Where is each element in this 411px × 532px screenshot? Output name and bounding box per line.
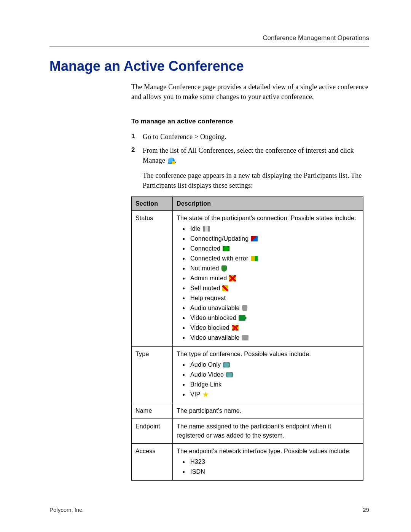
step-1: 1 Go to Conference > Ongoing. xyxy=(131,132,369,142)
cell-name-label: Name xyxy=(132,403,173,419)
status-item-not-muted: Not muted xyxy=(190,265,219,272)
cell-status-label: Status xyxy=(132,211,173,347)
procedure-after-text: The conference page appears in a new tab… xyxy=(143,171,369,190)
status-desc-text: The state of the participant's connectio… xyxy=(177,215,356,221)
type-item-vip: VIP xyxy=(190,391,200,398)
audio-only-icon xyxy=(223,362,230,367)
status-item-connected: Connected xyxy=(190,245,220,252)
status-item-connected-error: Connected with error xyxy=(190,255,249,262)
row-access: Access The endpoint's network interface … xyxy=(132,444,363,481)
cell-access-desc: The endpoint's network interface type. P… xyxy=(173,444,363,481)
type-item-audio-video: Audio Video xyxy=(190,371,224,378)
step-1-number: 1 xyxy=(131,132,143,142)
row-type: Type The type of conference. Possible va… xyxy=(132,347,363,403)
status-item-help-request: Help request xyxy=(190,295,226,301)
idle-icon xyxy=(203,226,210,232)
procedure-heading: To manage an active conference xyxy=(131,117,369,126)
status-item-audio-unavail: Audio unavailable xyxy=(190,305,240,311)
step-2: 2 From the list of All Conferences, sele… xyxy=(131,145,369,165)
cell-type-label: Type xyxy=(132,347,173,403)
row-endpoint: Endpoint The name assigned to the partic… xyxy=(132,419,363,444)
type-item-audio-only: Audio Only xyxy=(190,361,221,368)
video-unblocked-icon xyxy=(239,315,245,321)
vip-icon xyxy=(202,391,209,398)
admin-muted-icon xyxy=(229,275,236,281)
cell-endpoint-label: Endpoint xyxy=(132,419,173,444)
th-section: Section xyxy=(132,197,173,211)
step-2-number: 2 xyxy=(131,145,143,165)
access-items: H323 ISDN xyxy=(177,457,359,476)
audio-unavailable-icon xyxy=(242,305,247,311)
type-item-bridge-link: Bridge Link xyxy=(190,381,221,388)
header-chapter-title: Conference Management Operations xyxy=(49,34,369,42)
footer-company: Polycom, Inc. xyxy=(49,506,84,513)
step-1-text: Go to Conference > Ongoing. xyxy=(143,132,369,142)
status-item-connecting: Connecting/Updating xyxy=(190,235,249,242)
page-footer: Polycom, Inc. 29 xyxy=(49,506,369,513)
step-2-text: From the list of All Conferences, select… xyxy=(143,145,369,165)
cell-access-label: Access xyxy=(132,444,173,481)
status-item-self-muted: Self muted xyxy=(190,285,220,291)
status-item-idle: Idle xyxy=(190,225,201,232)
video-unavailable-icon xyxy=(242,335,249,340)
cell-endpoint-desc: The name assigned to the participant's e… xyxy=(173,419,363,444)
connecting-updating-icon xyxy=(251,236,258,241)
status-item-video-unblocked: Video unblocked xyxy=(190,315,236,321)
status-item-admin-muted: Admin muted xyxy=(190,275,227,281)
self-muted-icon xyxy=(222,285,228,291)
intro-paragraph: The Manage Conference page provides a de… xyxy=(131,82,369,102)
row-name: Name The participant's name. xyxy=(132,403,363,419)
cell-status-desc: The state of the participant's connectio… xyxy=(173,211,363,347)
connected-icon xyxy=(223,246,229,251)
not-muted-icon xyxy=(221,265,227,272)
manage-icon xyxy=(168,158,175,164)
th-description: Description xyxy=(173,197,363,211)
access-item-isdn: ISDN xyxy=(190,468,205,475)
connected-error-icon xyxy=(251,256,258,261)
participants-settings-table: Section Description Status The state of … xyxy=(131,197,363,481)
type-desc-text: The type of conference. Possible values … xyxy=(177,351,311,357)
audio-video-icon xyxy=(226,372,233,377)
access-desc-text: The endpoint's network interface type. P… xyxy=(177,448,351,454)
video-blocked-icon xyxy=(232,325,239,331)
footer-page-number: 29 xyxy=(363,506,369,513)
status-item-video-unavail: Video unavailable xyxy=(190,334,239,341)
cell-type-desc: The type of conference. Possible values … xyxy=(173,347,363,403)
page-title: Manage an Active Conference xyxy=(49,58,369,74)
header-rule xyxy=(49,46,369,47)
type-items: Audio Only Audio Video Bridge Link VIP xyxy=(177,360,359,399)
cell-name-desc: The participant's name. xyxy=(173,403,363,419)
status-items: Idle Connecting/Updating Connected Conne… xyxy=(177,224,359,342)
row-status: Status The state of the participant's co… xyxy=(132,211,363,347)
access-item-h323: H323 xyxy=(190,459,205,465)
status-item-video-blocked: Video blocked xyxy=(190,324,229,331)
